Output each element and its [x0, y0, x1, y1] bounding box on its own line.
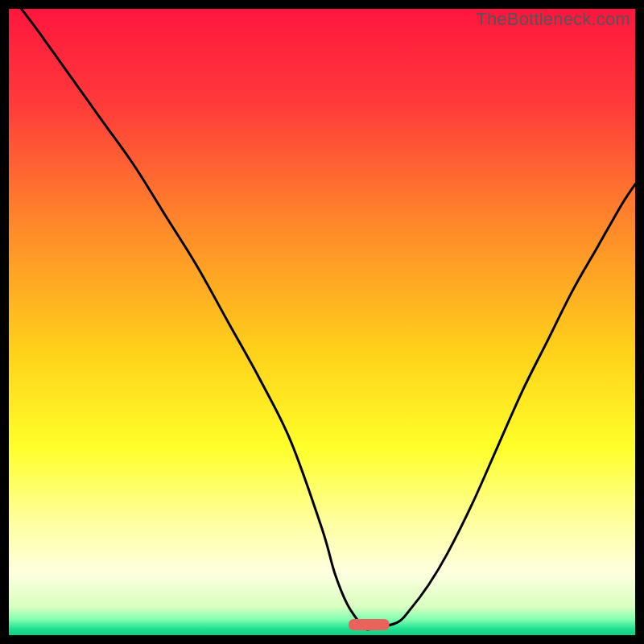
bottleneck-chart — [9, 9, 635, 635]
chart-frame: TheBottleneck.com — [9, 9, 635, 635]
gradient-background — [9, 9, 635, 635]
watermark-text: TheBottleneck.com — [476, 9, 630, 30]
min-marker — [349, 619, 390, 630]
